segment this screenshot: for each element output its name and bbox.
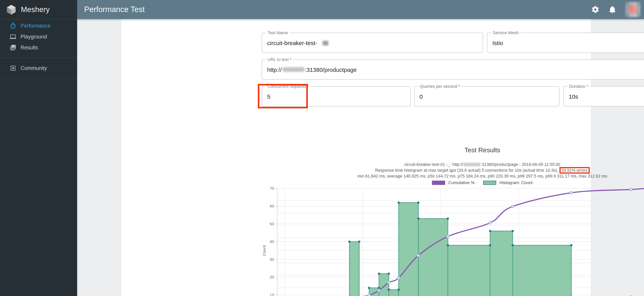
notification-bell-icon[interactable]	[608, 6, 616, 14]
page-title: Performance Test	[84, 5, 145, 14]
service-mesh-value[interactable]	[492, 33, 644, 52]
url-field[interactable]: URL to test * http://:31380/productpage	[262, 59, 644, 80]
svg-text:70: 70	[270, 186, 274, 191]
service-mesh-select[interactable]: Service Mesh ▼	[487, 33, 644, 53]
svg-text:Count: Count	[262, 245, 266, 256]
chart-legend: Cumulative % Histogram: Count	[277, 180, 644, 185]
blurred-host	[463, 163, 480, 166]
queries-per-second-input[interactable]	[420, 87, 548, 106]
subtitle-line-3: min 61.842 ms, average 146.925 ms, p50 1…	[253, 174, 644, 179]
sidebar-item-results[interactable]: Results	[0, 42, 77, 53]
subtitle-line-1: circuit-breaker-test-01 -_- http://:3138…	[253, 162, 644, 167]
image-multiple-icon	[10, 44, 16, 51]
sidebar-item-label: Results	[20, 45, 38, 50]
svg-text:40: 40	[270, 239, 274, 244]
meshery-logo-icon	[6, 4, 17, 15]
subtitle-line-2: Response time histogram at max target qp…	[253, 167, 644, 174]
test-name-input[interactable]	[267, 33, 322, 52]
sidebar-item-label: Playground	[20, 34, 47, 39]
queries-per-second-field[interactable]: Queries per second *	[414, 86, 560, 106]
main-content: Test Name Service Mesh ▼ URL to test * h…	[77, 19, 644, 296]
duration-field[interactable]: Duration *	[563, 86, 644, 106]
sidebar: Meshery Performance Playground Results	[0, 0, 77, 296]
sidebar-nav: Performance Playground Results Co	[0, 20, 77, 79]
app-name: Meshery	[21, 5, 50, 14]
user-avatar[interactable]	[626, 2, 640, 17]
svg-text:20: 20	[270, 275, 274, 279]
svg-text:60: 60	[270, 204, 274, 208]
legend-item-histogram[interactable]: Histogram: Count	[483, 180, 532, 185]
chart-canvas: 0102030405060700102030405060708090100Cou…	[261, 186, 644, 296]
sidebar-item-label: Performance	[20, 23, 50, 29]
app-logo[interactable]: Meshery	[0, 0, 77, 20]
blurred-text	[322, 41, 328, 45]
url-value[interactable]: http://:31380/productpage	[267, 60, 357, 79]
app-header: Performance Test	[77, 0, 644, 19]
annotation-box-error-rate: 33.91% errors	[559, 167, 590, 174]
test-name-field[interactable]: Test Name	[262, 33, 483, 53]
sidebar-item-label: Community	[20, 65, 47, 71]
annotation-box-concurrent-requests	[258, 84, 308, 108]
response-time-histogram-chart[interactable]: 0102030405060700102030405060708090100Cou…	[261, 186, 644, 296]
stopwatch-icon	[10, 22, 16, 29]
settings-gear-icon[interactable]	[591, 6, 600, 14]
test-results-title: Test Results	[277, 146, 644, 154]
test-results-subtitle: circuit-breaker-test-01 -_- http://:3138…	[253, 162, 644, 179]
sidebar-item-community[interactable]: Community	[0, 63, 77, 73]
laptop-icon	[10, 33, 16, 40]
meshery-app: Meshery Performance Playground Results	[0, 0, 644, 296]
blurred-host	[282, 67, 304, 72]
svg-text:30: 30	[270, 257, 274, 262]
legend-swatch-cumulative	[432, 181, 445, 185]
header-actions	[591, 2, 644, 17]
duration-input[interactable]	[569, 87, 644, 106]
legend-swatch-histogram	[483, 181, 496, 185]
svg-text:50: 50	[270, 222, 274, 226]
sidebar-item-playground[interactable]: Playground	[0, 31, 77, 42]
legend-item-cumulative[interactable]: Cumulative %	[432, 180, 475, 185]
performance-test-card: Test Name Service Mesh ▼ URL to test * h…	[121, 19, 591, 296]
exit-to-app-icon	[10, 65, 16, 71]
sidebar-item-performance[interactable]: Performance	[0, 20, 77, 31]
sidebar-divider	[0, 78, 77, 79]
svg-text:10: 10	[270, 293, 274, 296]
